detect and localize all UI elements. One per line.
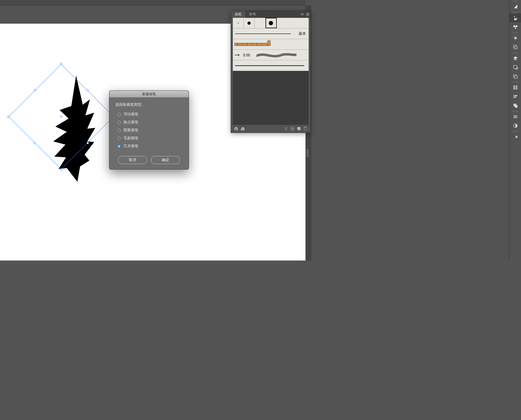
delete-brush-icon[interactable] xyxy=(302,125,308,132)
ok-button[interactable]: 确定 xyxy=(151,156,180,164)
svg-rect-26 xyxy=(306,13,309,14)
tab-symbols[interactable]: 符号 xyxy=(245,11,260,18)
brushes-panel[interactable]: 画笔 符号 基本 xyxy=(231,11,311,133)
cc-libraries-icon[interactable] xyxy=(239,125,246,132)
brush-libraries-icon[interactable] xyxy=(233,125,239,132)
panel-tabrow: 画笔 符号 xyxy=(231,11,311,18)
tab-brushes[interactable]: 画笔 xyxy=(231,11,245,18)
brush-type-label: 图案画笔 xyxy=(123,128,138,133)
options-of-selected-icon[interactable] xyxy=(289,125,296,132)
art-brush-charcoal[interactable] xyxy=(233,60,309,71)
canvas-scrollbar-thumb[interactable] xyxy=(306,149,309,157)
svg-rect-28 xyxy=(306,15,309,16)
panel-collapse-icon[interactable] xyxy=(299,11,305,18)
brush-type-radio[interactable]: 图案画笔 xyxy=(115,126,183,134)
remove-stroke-icon[interactable] xyxy=(283,125,289,132)
dialog-heading: 选择新画笔类型: xyxy=(115,102,183,107)
art-brush-taper[interactable]: 3.00 xyxy=(233,50,309,60)
bbox-handle[interactable] xyxy=(34,89,36,91)
calligraphic-brush-empty xyxy=(277,18,309,28)
calligraphic-brush-row xyxy=(233,18,309,28)
svg-rect-27 xyxy=(306,14,309,15)
new-brush-dialog: 新建画笔 选择新画笔类型: 书法画笔散点画笔图案画笔毛刷画笔艺术画笔 取消 确定 xyxy=(109,90,189,170)
svg-rect-47 xyxy=(304,127,307,128)
calligraphic-brush[interactable] xyxy=(255,18,266,28)
brush-type-label: 散点画笔 xyxy=(123,120,138,125)
calligraphic-brush[interactable] xyxy=(266,18,276,28)
calligraphic-brush[interactable] xyxy=(233,18,244,28)
svg-rect-48 xyxy=(305,127,306,127)
bbox-handle[interactable] xyxy=(7,115,10,118)
brush-type-label: 艺术画笔 xyxy=(123,144,138,149)
svg-rect-46 xyxy=(304,128,306,130)
dialog-title[interactable]: 新建画笔 xyxy=(109,91,189,98)
basic-brush-label: 基本 xyxy=(299,31,306,36)
topbar xyxy=(0,0,305,5)
brush-list-area: 基本 3.00 xyxy=(233,18,309,124)
basic-brush[interactable]: 基本 xyxy=(233,28,309,39)
brush-type-radio[interactable]: 书法画笔 xyxy=(115,110,183,118)
panel-menu-icon[interactable] xyxy=(305,11,311,18)
brush-type-radio[interactable]: 散点画笔 xyxy=(115,118,183,126)
art-brush-width: 3.00 xyxy=(243,53,250,57)
svg-rect-31 xyxy=(268,40,270,46)
brush-type-radio[interactable]: 毛刷画笔 xyxy=(115,134,183,142)
panel-footer xyxy=(231,124,311,133)
svg-rect-38 xyxy=(234,127,235,130)
bbox-handle[interactable] xyxy=(60,62,63,65)
pattern-brush-bamboo[interactable] xyxy=(233,39,309,50)
calligraphic-brush[interactable] xyxy=(244,18,255,28)
brush-type-label: 书法画笔 xyxy=(123,112,138,117)
svg-rect-40 xyxy=(241,129,245,130)
selected-artwork-leaf[interactable] xyxy=(52,75,97,182)
brush-type-radio[interactable]: 艺术画笔 xyxy=(115,142,183,150)
svg-rect-30 xyxy=(234,43,268,46)
new-brush-icon[interactable] xyxy=(296,125,302,132)
cancel-button[interactable]: 取消 xyxy=(118,156,147,164)
svg-rect-44 xyxy=(292,128,293,129)
bbox-handle[interactable] xyxy=(33,142,36,144)
brush-type-label: 毛刷画笔 xyxy=(123,136,138,141)
